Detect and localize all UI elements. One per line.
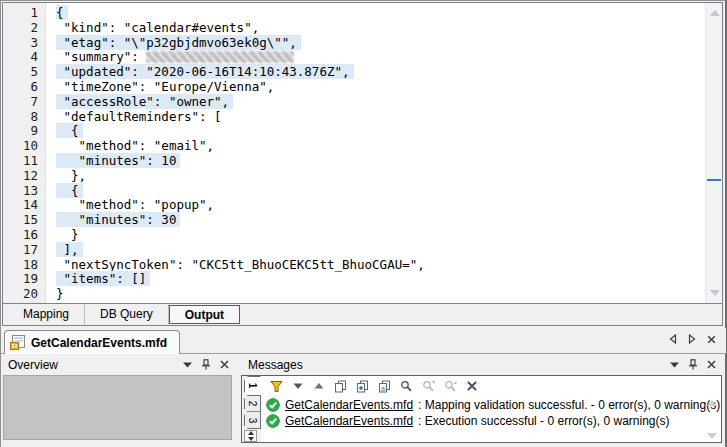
line-number: 16 xyxy=(3,228,38,243)
line-number: 12 xyxy=(3,169,38,184)
code-line[interactable]: { xyxy=(56,124,705,139)
json-output-text[interactable]: { "kind": "calendar#events", "etag": "\"… xyxy=(46,3,705,303)
code-area[interactable]: 1234567891011121314151617181920 { "kind"… xyxy=(3,3,722,303)
overview-title: Overview xyxy=(8,358,183,372)
mapforce-window: 1234567891011121314151617181920 { "kind"… xyxy=(0,0,727,447)
filter-icon[interactable] xyxy=(270,380,283,393)
code-line[interactable]: "method": "email", xyxy=(56,139,705,154)
dropdown-icon[interactable] xyxy=(670,362,679,368)
spinner-up-icon[interactable] xyxy=(248,431,254,435)
svg-text:a: a xyxy=(381,384,385,391)
code-line[interactable]: "nextSyncToken": "CKC5tt_BhuoCEKC5tt_Bhu… xyxy=(56,258,705,273)
pin-icon[interactable] xyxy=(201,359,211,370)
line-number: 14 xyxy=(3,198,38,213)
clear-icon[interactable] xyxy=(466,380,478,392)
view-tab-mapping[interactable]: Mapping xyxy=(8,304,85,325)
line-number: 19 xyxy=(3,272,38,287)
code-line[interactable]: { xyxy=(56,6,705,21)
dropdown-icon[interactable] xyxy=(183,362,192,368)
copy-message-icon[interactable] xyxy=(334,380,347,393)
message-text: : Mapping validation successful. - 0 err… xyxy=(418,398,720,412)
document-tabbar: GetCalendarEvents.mfd xyxy=(1,328,726,354)
line-number: 20 xyxy=(3,287,38,302)
code-line[interactable]: "timeZone": "Europe/Vienna", xyxy=(56,80,705,95)
code-line[interactable]: } xyxy=(56,287,705,302)
scroll-down-icon[interactable] xyxy=(707,433,717,439)
next-message-icon[interactable] xyxy=(292,380,304,392)
code-line[interactable]: "etag": "\"p32gbjdmvo63ek0g\"", xyxy=(56,36,705,51)
message-row: GetCalendarEvents.mfd: Mapping validatio… xyxy=(266,397,721,413)
prev-doc-icon[interactable] xyxy=(669,334,677,344)
close-icon[interactable] xyxy=(707,360,716,369)
overview-content xyxy=(3,375,232,440)
line-number: 1 xyxy=(3,6,38,21)
find-next-icon[interactable] xyxy=(422,380,435,393)
find-icon[interactable] xyxy=(400,380,413,393)
pin-icon[interactable] xyxy=(688,359,698,370)
code-line[interactable]: } xyxy=(56,228,705,243)
success-icon xyxy=(266,414,280,428)
close-doc-icon[interactable] xyxy=(707,335,716,344)
code-line[interactable]: "defaultReminders": [ xyxy=(56,110,705,125)
messages-panel-header: Messages xyxy=(241,354,722,375)
messages-tab-2[interactable]: 2 xyxy=(244,395,261,413)
code-line[interactable]: "minutes": 10 xyxy=(56,154,705,169)
line-number: 8 xyxy=(3,110,38,125)
line-number: 6 xyxy=(3,80,38,95)
spinner-down-icon[interactable] xyxy=(248,437,254,441)
next-doc-icon[interactable] xyxy=(688,334,696,344)
line-number: 11 xyxy=(3,154,38,169)
messages-scrollbar[interactable] xyxy=(706,398,718,439)
scroll-up-icon[interactable] xyxy=(707,400,717,406)
scroll-down-icon[interactable] xyxy=(710,290,720,296)
code-line[interactable]: "minutes": 30 xyxy=(56,213,705,228)
message-file-link[interactable]: GetCalendarEvents.mfd xyxy=(285,398,413,412)
code-line[interactable]: ], xyxy=(56,243,705,258)
find-prev-icon[interactable] xyxy=(444,380,457,393)
code-line[interactable]: "summary": xyxy=(56,50,705,65)
messages-side-tabs: 123 xyxy=(242,376,261,442)
document-tab-label: GetCalendarEvents.mfd xyxy=(31,336,167,350)
output-editor: 1234567891011121314151617181920 { "kind"… xyxy=(2,2,723,326)
message-file-link[interactable]: GetCalendarEvents.mfd xyxy=(285,414,413,428)
line-number: 13 xyxy=(3,184,38,199)
view-tab-db-query[interactable]: DB Query xyxy=(85,304,169,325)
line-number: 5 xyxy=(3,65,38,80)
messages-title: Messages xyxy=(248,358,670,372)
messages-panel: Messages 123 xyxy=(241,354,722,447)
message-text: : Execution successful - 0 error(s), 0 w… xyxy=(418,414,669,428)
view-tab-output[interactable]: Output xyxy=(169,305,240,324)
code-line[interactable]: }, xyxy=(56,169,705,184)
line-number: 9 xyxy=(3,124,38,139)
editor-vertical-scrollbar[interactable] xyxy=(705,3,722,303)
close-icon[interactable] xyxy=(220,360,229,369)
code-line[interactable]: "kind": "calendar#events", xyxy=(56,21,705,36)
document-tab[interactable]: GetCalendarEvents.mfd xyxy=(4,330,180,354)
code-line[interactable]: "method": "popup", xyxy=(56,198,705,213)
line-number: 15 xyxy=(3,213,38,228)
copy-message-with-children-icon[interactable] xyxy=(356,380,369,393)
code-line[interactable]: "updated": "2020-06-16T14:10:43.876Z", xyxy=(56,65,705,80)
code-line[interactable]: { xyxy=(56,184,705,199)
line-number: 4 xyxy=(3,50,38,65)
overview-panel: Overview xyxy=(1,354,235,447)
mapforce-document-icon xyxy=(10,335,26,350)
line-number: 17 xyxy=(3,243,38,258)
messages-tab-3[interactable]: 3 xyxy=(244,411,261,429)
messages-tab-1[interactable]: 1 xyxy=(244,376,261,396)
messages-list: GetCalendarEvents.mfd: Mapping validatio… xyxy=(261,396,721,429)
line-number: 10 xyxy=(3,139,38,154)
prev-message-icon[interactable] xyxy=(313,380,325,392)
copy-all-messages-icon[interactable]: a xyxy=(378,380,391,393)
messages-toolbar: a xyxy=(261,376,721,396)
message-row: GetCalendarEvents.mfd: Execution success… xyxy=(266,413,721,429)
view-tabs: MappingDB QueryOutput xyxy=(3,303,722,325)
scrollbar-position-marker xyxy=(707,179,721,181)
code-line[interactable]: "items": [] xyxy=(56,272,705,287)
overview-panel-header: Overview xyxy=(1,354,235,375)
messages-tab-spinner[interactable] xyxy=(244,430,257,442)
scroll-up-icon[interactable] xyxy=(710,10,720,16)
line-number: 3 xyxy=(3,36,38,51)
code-line[interactable]: "accessRole": "owner", xyxy=(56,95,705,110)
success-icon xyxy=(266,398,280,412)
